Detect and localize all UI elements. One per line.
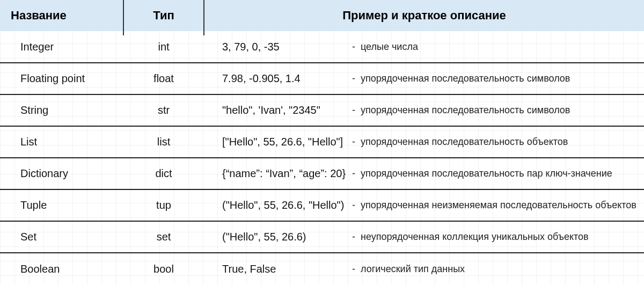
description-text: неупорядоченная коллекция уникальных объ… bbox=[361, 231, 633, 243]
cell-type: int bbox=[123, 31, 204, 63]
cell-name: Set bbox=[0, 221, 123, 253]
table-row: Boolean bool True, False - логический ти… bbox=[0, 253, 644, 285]
description-text: целые числа bbox=[361, 41, 633, 53]
example-text: ("Hello", 55, 26.6) bbox=[215, 231, 349, 243]
header-type: Тип bbox=[123, 0, 204, 31]
example-text: 3, 79, 0, -35 bbox=[215, 41, 349, 53]
dash-icon: - bbox=[352, 41, 357, 53]
cell-desc: {“name”: “Ivan”, “age”: 20} - упорядочен… bbox=[204, 158, 644, 189]
cell-type: float bbox=[123, 63, 204, 94]
cell-desc: 7.98, -0.905, 1.4 - упорядоченная послед… bbox=[204, 63, 644, 94]
cell-desc: "hello", 'Ivan', "2345" - упорядоченная … bbox=[204, 94, 644, 126]
description-text: логический тип данных bbox=[361, 264, 633, 275]
table-row: Set set ("Hello", 55, 26.6) - неупорядоч… bbox=[0, 221, 644, 253]
table-row: Integer int 3, 79, 0, -35 - целые числа bbox=[0, 31, 644, 63]
table-header: Название Тип Пример и краткое описание bbox=[0, 0, 644, 31]
table-body: Integer int 3, 79, 0, -35 - целые числа … bbox=[0, 31, 644, 285]
example-text: {“name”: “Ivan”, “age”: 20} bbox=[215, 167, 349, 180]
table-row: List list ["Hello", 55, 26.6, "Hello"] -… bbox=[0, 126, 644, 158]
example-text: True, False bbox=[215, 263, 349, 275]
cell-type: tup bbox=[123, 189, 204, 221]
cell-type: bool bbox=[123, 253, 204, 285]
table-row: String str "hello", 'Ivan', "2345" - упо… bbox=[0, 94, 644, 126]
table-row: Dictionary dict {“name”: “Ivan”, “age”: … bbox=[0, 158, 644, 189]
example-text: "hello", 'Ivan', "2345" bbox=[215, 104, 349, 116]
cell-name: List bbox=[0, 126, 123, 158]
cell-name: Floating point bbox=[0, 63, 123, 94]
header-name: Название bbox=[0, 0, 123, 31]
description-text: упорядоченная неизменяемая последователь… bbox=[361, 200, 636, 211]
cell-type: dict bbox=[123, 158, 204, 189]
description-text: упорядоченная последовательность символо… bbox=[361, 105, 633, 116]
dash-icon: - bbox=[352, 264, 357, 275]
dash-icon: - bbox=[352, 200, 357, 211]
cell-name: Dictionary bbox=[0, 158, 123, 189]
description-text: упорядоченная последовательность объекто… bbox=[361, 136, 633, 148]
cell-desc: 3, 79, 0, -35 - целые числа bbox=[204, 31, 644, 63]
description-text: упорядоченная последовательность пар клю… bbox=[361, 168, 633, 179]
cell-desc: ["Hello", 55, 26.6, "Hello"] - упорядоче… bbox=[204, 126, 644, 158]
cell-type: str bbox=[123, 94, 204, 126]
cell-name: String bbox=[0, 94, 123, 126]
header-separator-1 bbox=[123, 0, 124, 35]
table-row: Floating point float 7.98, -0.905, 1.4 -… bbox=[0, 63, 644, 94]
example-text: ("Hello", 55, 26.6, "Hello") bbox=[215, 199, 349, 211]
types-table: Название Тип Пример и краткое описание I… bbox=[0, 0, 644, 285]
header-separator-2 bbox=[203, 0, 204, 35]
dash-icon: - bbox=[352, 168, 357, 179]
description-text: упорядоченная последовательность символо… bbox=[361, 73, 633, 84]
dash-icon: - bbox=[352, 136, 357, 148]
example-text: ["Hello", 55, 26.6, "Hello"] bbox=[215, 136, 349, 148]
cell-type: list bbox=[123, 126, 204, 158]
page: Название Тип Пример и краткое описание I… bbox=[0, 0, 644, 285]
cell-name: Boolean bbox=[0, 253, 123, 285]
cell-desc: ("Hello", 55, 26.6) - неупорядоченная ко… bbox=[204, 221, 644, 253]
cell-type: set bbox=[123, 221, 204, 253]
table-row: Tuple tup ("Hello", 55, 26.6, "Hello") -… bbox=[0, 189, 644, 221]
dash-icon: - bbox=[352, 231, 357, 243]
cell-name: Integer bbox=[0, 31, 123, 63]
dash-icon: - bbox=[352, 105, 357, 116]
header-desc: Пример и краткое описание bbox=[204, 0, 644, 31]
cell-desc: True, False - логический тип данных bbox=[204, 253, 644, 285]
dash-icon: - bbox=[352, 73, 357, 84]
cell-desc: ("Hello", 55, 26.6, "Hello") - упорядоче… bbox=[204, 189, 644, 221]
cell-name: Tuple bbox=[0, 189, 123, 221]
example-text: 7.98, -0.905, 1.4 bbox=[215, 72, 349, 85]
